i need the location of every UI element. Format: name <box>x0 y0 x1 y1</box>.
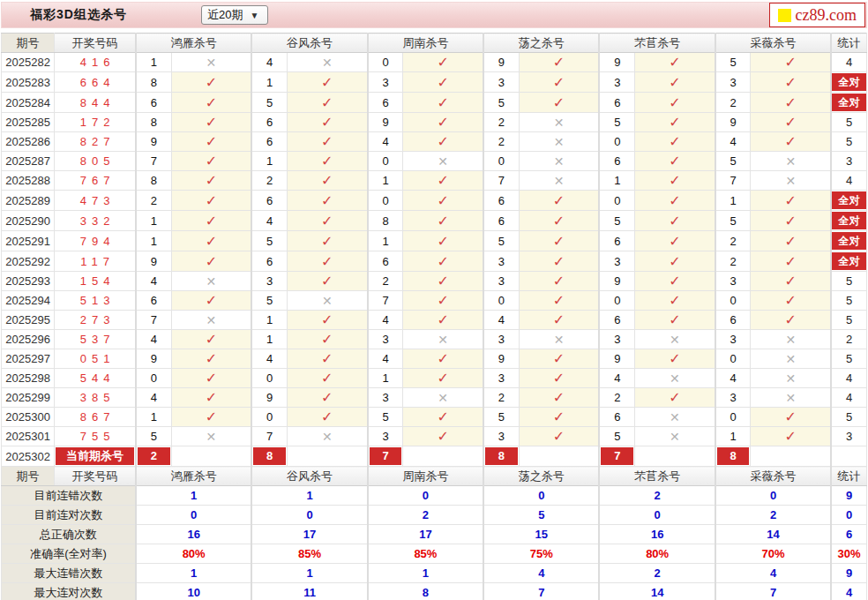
stat-cell: 4 <box>831 53 866 72</box>
check-icon: ✓ <box>321 75 333 90</box>
kill-mark-cell: ✓ <box>519 211 599 231</box>
kill-number-cell: 5 <box>483 408 519 427</box>
kill-number-cell: 2 <box>599 388 634 408</box>
check-icon: ✓ <box>206 214 217 229</box>
check-icon: ✓ <box>437 371 448 386</box>
summary-value-cell: 80% <box>599 544 715 564</box>
stat-cell-all-correct: 全对 <box>831 72 866 93</box>
stat-cell: 4 <box>831 369 866 388</box>
kill-mark-cell: ✕ <box>403 330 483 349</box>
summary-value-cell: 4 <box>715 564 831 583</box>
summary-row: 最大连错次数1114249 <box>2 564 867 583</box>
kill-mark-cell: ✓ <box>403 251 483 272</box>
check-icon: ✓ <box>785 274 797 289</box>
summary-value-cell: 16 <box>599 525 715 544</box>
kill-number-cell: 9 <box>715 113 751 132</box>
period-cell: 2025289 <box>2 191 55 211</box>
kill-mark-cell: ✓ <box>635 152 715 171</box>
summary-label-cell: 总正确次数 <box>2 525 136 544</box>
kill-mark-cell: ✓ <box>751 53 831 72</box>
kill-mark-cell: ✓ <box>403 408 483 427</box>
check-icon: ✓ <box>321 115 333 130</box>
check-icon: ✓ <box>669 55 680 70</box>
current-kill-number-cell: 8 <box>483 446 519 467</box>
check-icon: ✓ <box>437 254 448 269</box>
summary-value-cell: 0 <box>251 506 367 525</box>
cross-icon: ✕ <box>322 430 333 444</box>
current-period-row: 2025302当前期杀号287878 <box>2 446 867 467</box>
site-logo[interactable]: cz89.com <box>769 3 865 27</box>
check-icon: ✓ <box>785 234 797 249</box>
range-select[interactable]: 近20期 ▼ <box>201 5 268 25</box>
kill-mark-cell: ✓ <box>287 349 367 369</box>
summary-value-cell: 17 <box>251 525 367 544</box>
stat-cell: 3 <box>831 152 866 171</box>
check-icon: ✓ <box>669 254 680 269</box>
summary-value-cell: 7 <box>483 583 599 600</box>
cross-icon: ✕ <box>206 313 217 327</box>
kill-number-cell: 7 <box>483 171 519 191</box>
check-icon: ✓ <box>206 293 217 308</box>
table-row: 20252965374✓1✓3✕3✕3✕3✕2 <box>2 330 867 349</box>
kill-number-cell: 3 <box>483 72 519 93</box>
stat-cell-all-correct: 全对 <box>831 211 866 231</box>
check-icon: ✓ <box>785 312 797 327</box>
kill-mark-cell: ✓ <box>519 427 599 446</box>
kill-mark-cell-empty <box>751 446 831 467</box>
kill-number-cell: 0 <box>251 369 287 388</box>
kill-number-cell: 6 <box>251 132 287 152</box>
check-icon: ✓ <box>206 95 217 110</box>
check-icon: ✓ <box>206 75 217 90</box>
kill-mark-cell: ✓ <box>403 291 483 311</box>
table-row: 20252848446✓5✓6✓5✓6✓2✓全对 <box>2 93 867 113</box>
column-header-draw: 开奖号码 <box>55 467 136 486</box>
kill-number-cell: 2 <box>368 272 403 291</box>
summary-value-cell: 80% <box>136 544 251 564</box>
check-icon: ✓ <box>437 55 448 70</box>
kill-mark-cell: ✓ <box>635 132 715 152</box>
kill-mark-cell: ✓ <box>635 93 715 113</box>
period-cell: 2025302 <box>2 446 55 467</box>
check-icon: ✓ <box>206 409 217 424</box>
check-icon: ✓ <box>321 95 333 110</box>
check-icon: ✓ <box>437 293 448 308</box>
check-icon: ✓ <box>669 115 680 130</box>
summary-value-cell: 0 <box>368 486 483 506</box>
check-icon: ✓ <box>437 234 448 249</box>
check-icon: ✓ <box>206 332 217 347</box>
kill-number-cell: 6 <box>599 93 634 113</box>
kill-mark-cell-empty <box>403 446 483 467</box>
kill-mark-cell: ✓ <box>519 369 599 388</box>
check-icon: ✓ <box>553 409 565 424</box>
kill-number-cell: 4 <box>368 311 403 330</box>
kill-number-cell: 0 <box>368 191 403 211</box>
summary-value-cell: 2 <box>368 506 483 525</box>
kill-mark-cell: ✓ <box>403 272 483 291</box>
summary-value-cell: 85% <box>251 544 367 564</box>
kill-number-cell: 5 <box>715 53 751 72</box>
kill-number-cell: 4 <box>136 272 171 291</box>
kill-number-cell: 1 <box>251 72 287 93</box>
check-icon: ✓ <box>669 95 680 110</box>
kill-number-cell: 9 <box>483 349 519 369</box>
kill-mark-cell: ✓ <box>171 191 251 211</box>
kill-mark-cell: ✓ <box>519 191 599 211</box>
kill-number-cell: 2 <box>715 231 751 251</box>
summary-value-cell: 0 <box>136 506 251 525</box>
page-title: 福彩3D组选杀号 <box>30 7 127 23</box>
cross-icon: ✕ <box>670 333 680 347</box>
cross-icon: ✕ <box>438 154 448 169</box>
kill-mark-cell: ✓ <box>287 132 367 152</box>
current-kill-number-cell: 8 <box>715 446 751 467</box>
kill-mark-cell: ✓ <box>171 211 251 231</box>
draw-numbers-cell: 767 <box>55 171 136 191</box>
check-icon: ✓ <box>321 134 333 149</box>
kill-mark-cell: ✓ <box>171 408 251 427</box>
check-icon: ✓ <box>669 312 680 327</box>
summary-value-cell: 0 <box>715 486 831 506</box>
cross-icon: ✕ <box>785 333 796 347</box>
summary-row: 总正确次数1617171516146 <box>2 525 867 544</box>
draw-numbers-cell: 805 <box>55 152 136 171</box>
kill-mark-cell: ✓ <box>287 113 367 132</box>
kill-mark-cell: ✓ <box>635 349 715 369</box>
